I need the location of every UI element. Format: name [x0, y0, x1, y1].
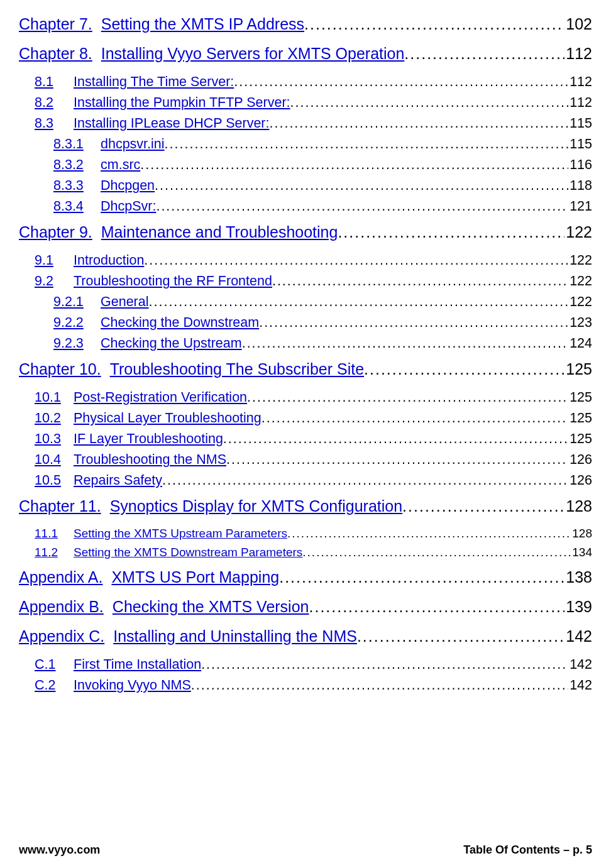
- toc-entry-number[interactable]: 10.2: [35, 410, 74, 426]
- toc-gap: [104, 627, 113, 646]
- toc-entry-title[interactable]: Troubleshooting the RF Frontend: [74, 273, 272, 289]
- toc-gap: [104, 598, 113, 616]
- toc-leader-dots: [279, 568, 564, 586]
- toc-entry: 10.3IF Layer Troubleshooting125: [35, 431, 592, 447]
- toc-entry-number[interactable]: 10.5: [35, 473, 74, 488]
- toc-entry-number[interactable]: Chapter 11.: [19, 497, 101, 515]
- toc-entry-page: 128: [564, 497, 592, 515]
- toc-entry-title[interactable]: Maintenance and Troubleshooting: [101, 223, 338, 241]
- toc-entry: C.2Invoking Vyyo NMS142: [35, 678, 592, 693]
- toc-entry-number[interactable]: Chapter 9.: [19, 223, 92, 241]
- toc-entry-title[interactable]: Installing the Pumpkin TFTP Server:: [74, 95, 290, 111]
- toc-entry-number[interactable]: 9.2.3: [53, 336, 101, 351]
- toc-entry-title[interactable]: IF Layer Troubleshooting: [74, 431, 223, 447]
- toc-entry-title[interactable]: Post-Registration Verification: [74, 390, 247, 405]
- toc-gap: [92, 15, 101, 33]
- toc-entry-number[interactable]: Chapter 8.: [19, 45, 92, 63]
- toc-entry-number[interactable]: C.2: [35, 678, 74, 693]
- toc-entry-number[interactable]: 9.2: [35, 273, 74, 289]
- toc-entry-page: 121: [568, 199, 592, 214]
- toc-entry-number[interactable]: 10.4: [35, 452, 74, 468]
- toc-entry-title[interactable]: Repairs Safety: [74, 473, 162, 488]
- toc-entry-number[interactable]: 9.1: [35, 253, 74, 268]
- toc-entry-page: 138: [564, 568, 592, 586]
- toc-entry-title[interactable]: Physical Layer Troubleshooting: [74, 410, 261, 426]
- toc-leader-dots: [261, 410, 568, 426]
- toc-entry-number[interactable]: 8.3.1: [53, 136, 101, 152]
- toc-entry-title[interactable]: Installing IPLease DHCP Server:: [74, 116, 270, 131]
- toc-entry-number[interactable]: 10.1: [35, 390, 74, 405]
- toc-entry-title[interactable]: Synoptics Display for XMTS Configuration: [110, 497, 402, 515]
- toc-gap: [102, 568, 111, 586]
- toc-entry-title[interactable]: Checking the XMTS Version: [113, 598, 309, 616]
- toc-leader-dots: [162, 473, 568, 488]
- toc-entry-number[interactable]: 9.2.1: [53, 294, 101, 310]
- toc-entry-title[interactable]: Checking the Upstream: [101, 336, 242, 351]
- toc-entry-number[interactable]: C.1: [35, 657, 74, 673]
- toc-entry-number[interactable]: 8.3.3: [53, 178, 101, 194]
- toc-entry: 8.3.4DhcpSvr:121: [53, 199, 592, 214]
- toc-leader-dots: [140, 157, 568, 173]
- toc-entry-number[interactable]: 11.2: [35, 546, 74, 559]
- toc-entry-page: 142: [568, 678, 592, 693]
- toc-entry-number[interactable]: Appendix B.: [19, 598, 104, 616]
- toc-entry-title[interactable]: Setting the XMTS IP Address: [101, 15, 304, 33]
- toc-gap: [92, 45, 101, 63]
- toc-leader-dots: [149, 294, 569, 310]
- toc-entry-title[interactable]: cm.src: [101, 157, 140, 173]
- page-footer: www.vyyo.com Table Of Contents – p. 5: [19, 843, 592, 857]
- toc-entry: Appendix C. Installing and Uninstalling …: [19, 627, 592, 646]
- toc-entry-number[interactable]: 8.2: [35, 95, 74, 111]
- toc-leader-dots: [270, 116, 569, 131]
- toc-entry-title[interactable]: Setting the XMTS Upstream Parameters: [74, 527, 287, 541]
- toc-entry-number[interactable]: 8.3.2: [53, 157, 101, 173]
- toc-entry-number[interactable]: Chapter 10.: [19, 360, 101, 378]
- toc-entry-title[interactable]: Introduction: [74, 253, 144, 268]
- toc-entry-number[interactable]: 8.3.4: [53, 199, 101, 214]
- toc-entry-page: 125: [568, 410, 592, 426]
- toc-entry-title[interactable]: Checking the Downstream: [101, 315, 259, 331]
- toc-entry: 9.2.3Checking the Upstream124: [53, 336, 592, 351]
- toc-entry-title[interactable]: Setting the XMTS Downstream Parameters: [74, 546, 302, 559]
- toc-entry-title[interactable]: First Time Installation: [74, 657, 201, 673]
- toc-entry-number[interactable]: 8.1: [35, 74, 74, 90]
- toc-entry-number[interactable]: Appendix A.: [19, 568, 102, 586]
- toc-entry-number[interactable]: 9.2.2: [53, 315, 101, 331]
- toc-entry-title[interactable]: XMTS US Port Mapping: [111, 568, 279, 586]
- toc-entry-title[interactable]: Dhcpgen: [101, 178, 155, 194]
- toc-entry: C.1First Time Installation142: [35, 657, 592, 673]
- toc-entry-number[interactable]: 11.1: [35, 527, 74, 541]
- toc-entry: Appendix B. Checking the XMTS Version139: [19, 598, 592, 616]
- toc-entry-title[interactable]: DhcpSvr:: [101, 199, 156, 214]
- toc-entry-title[interactable]: Troubleshooting the NMS: [74, 452, 226, 468]
- toc-leader-dots: [226, 452, 568, 468]
- toc-leader-dots: [234, 74, 568, 90]
- toc-entry-title[interactable]: Installing Vyyo Servers for XMTS Operati…: [101, 45, 405, 63]
- toc-leader-dots: [259, 315, 568, 331]
- toc-entry-page: 112: [564, 45, 592, 63]
- toc-entry-title[interactable]: Troubleshooting The Subscriber Site: [110, 360, 364, 378]
- toc-leader-dots: [144, 253, 568, 268]
- toc-leader-dots: [201, 657, 568, 673]
- toc-entry-number[interactable]: Chapter 7.: [19, 15, 92, 33]
- toc-entry: 8.3.1dhcpsvr.ini115: [53, 136, 592, 152]
- toc-entry-title[interactable]: Invoking Vyyo NMS: [74, 678, 191, 693]
- toc-entry-page: 122: [568, 294, 592, 310]
- toc-entry-title[interactable]: General: [101, 294, 149, 310]
- toc-entry-page: 116: [568, 157, 592, 173]
- toc-entry-number[interactable]: 10.3: [35, 431, 74, 447]
- toc-entry: Chapter 9. Maintenance and Troubleshooti…: [19, 223, 592, 241]
- toc-entry: 10.2Physical Layer Troubleshooting125: [35, 410, 592, 426]
- toc-entry-number[interactable]: Appendix C.: [19, 627, 104, 646]
- toc-gap: [101, 497, 110, 515]
- toc-entry-title[interactable]: Installing The Time Server:: [74, 74, 234, 90]
- toc-entry: 8.2Installing the Pumpkin TFTP Server:11…: [35, 95, 592, 111]
- toc-entry-title[interactable]: Installing and Uninstalling the NMS: [113, 627, 357, 646]
- toc-entry-page: 118: [568, 178, 592, 194]
- toc-entry-page: 122: [568, 273, 592, 289]
- toc-leader-dots: [338, 223, 564, 241]
- toc-entry-number[interactable]: 8.3: [35, 116, 74, 131]
- toc-entry-title[interactable]: dhcpsvr.ini: [101, 136, 165, 152]
- toc-list: Chapter 7. Setting the XMTS IP Address10…: [19, 15, 592, 693]
- toc-entry-page: 123: [568, 315, 592, 331]
